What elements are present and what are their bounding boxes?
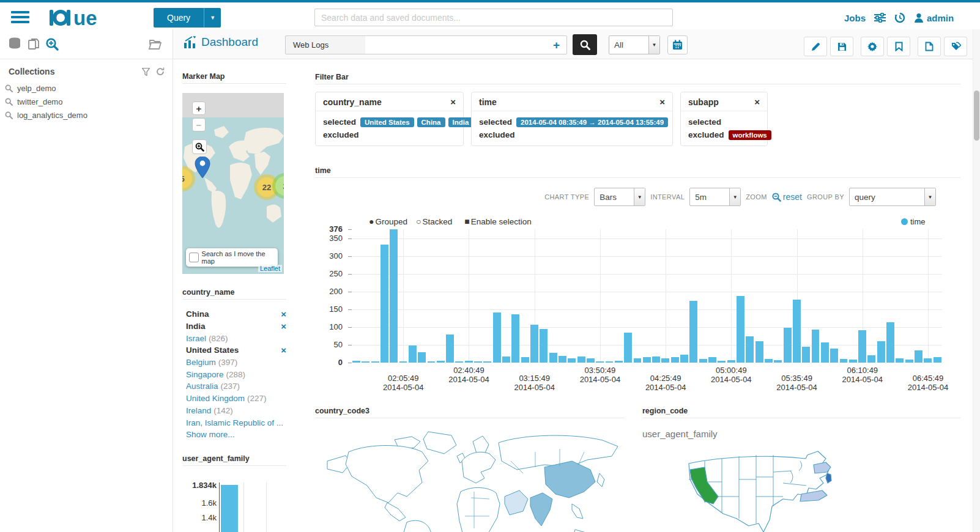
time-bar[interactable] <box>699 359 707 363</box>
time-bar[interactable] <box>577 357 585 363</box>
jobs-sliders-icon[interactable] <box>874 13 886 23</box>
database-icon[interactable] <box>8 37 21 51</box>
jobs-link[interactable]: Jobs <box>844 13 866 23</box>
query-button[interactable]: Query ▼ <box>154 8 221 28</box>
time-bar[interactable] <box>915 350 922 363</box>
facet-value-link[interactable]: Iran, Islamic Republic of ... <box>186 418 283 427</box>
map-cluster[interactable]: 22 <box>257 177 277 197</box>
time-bar[interactable] <box>643 357 651 363</box>
add-filter-button[interactable]: + <box>546 35 567 54</box>
interval-select[interactable]: 5m▼ <box>689 188 741 206</box>
time-bar[interactable] <box>540 329 548 363</box>
filter-close-icon[interactable]: × <box>450 97 456 107</box>
settings-button[interactable] <box>861 37 884 56</box>
selected-badge[interactable]: India <box>448 117 473 127</box>
time-bar[interactable] <box>502 357 510 363</box>
map-zoom-in-button[interactable]: + <box>192 102 206 115</box>
dashboard-search-input[interactable] <box>365 35 547 54</box>
engine-select[interactable]: All▼ <box>609 35 660 54</box>
time-bar[interactable] <box>455 361 463 363</box>
time-bar[interactable] <box>483 361 491 363</box>
radio-selected-icon[interactable]: ● <box>369 216 374 226</box>
time-bar[interactable] <box>568 358 576 363</box>
time-bar[interactable] <box>737 296 744 363</box>
calendar-button[interactable] <box>667 35 688 54</box>
folder-icon[interactable] <box>148 37 162 51</box>
us-choropleth-map[interactable] <box>680 443 864 532</box>
grouped-option[interactable]: Grouped <box>375 217 407 226</box>
time-bar[interactable] <box>858 330 866 363</box>
user-agent-bar[interactable] <box>221 485 238 532</box>
time-bar[interactable] <box>755 341 763 363</box>
time-bar[interactable] <box>896 358 904 363</box>
map-magnifier-button[interactable] <box>192 139 207 154</box>
time-bar[interactable] <box>867 355 875 363</box>
excluded-badge[interactable]: workflows <box>729 130 771 140</box>
time-bar[interactable] <box>465 361 473 363</box>
time-bar[interactable] <box>652 357 660 363</box>
time-bar[interactable] <box>530 325 538 363</box>
time-bar[interactable] <box>661 358 669 363</box>
time-bar[interactable] <box>812 330 820 363</box>
time-bar[interactable] <box>559 356 566 363</box>
time-bar[interactable] <box>596 361 604 363</box>
facet-value-link[interactable]: Belgium <box>186 358 216 367</box>
time-bar[interactable] <box>793 300 801 363</box>
time-bar[interactable] <box>905 360 913 363</box>
time-bar[interactable] <box>615 361 623 363</box>
filter-funnel-icon[interactable] <box>142 68 150 76</box>
time-bar[interactable] <box>784 328 792 363</box>
map-pin-icon[interactable] <box>195 157 210 179</box>
time-bar[interactable] <box>886 322 894 363</box>
chart-type-select[interactable]: Bars▼ <box>594 188 645 206</box>
map-zoom-out-button[interactable]: − <box>192 118 206 131</box>
facet-value-link[interactable]: United Kingdom <box>186 394 245 403</box>
radio-icon[interactable]: ○ <box>416 216 421 226</box>
time-bar[interactable] <box>399 361 407 363</box>
user-agent-bar-chart[interactable] <box>219 482 288 532</box>
time-bar[interactable] <box>606 361 614 363</box>
time-bar[interactable] <box>934 357 941 363</box>
facet-value-selected[interactable]: China <box>186 309 281 319</box>
time-bar[interactable] <box>718 361 726 363</box>
selected-badge[interactable]: United States <box>360 117 414 127</box>
facet-value-link[interactable]: Australia <box>186 382 218 391</box>
facet-value-selected[interactable]: India <box>186 322 281 331</box>
time-bar[interactable] <box>362 361 369 363</box>
filter-close-icon[interactable]: × <box>659 97 665 107</box>
time-bar[interactable] <box>624 333 632 363</box>
collection-item[interactable]: log_analytics_demo <box>5 108 167 122</box>
filter-close-icon[interactable]: × <box>754 97 760 107</box>
refresh-icon[interactable] <box>156 67 165 76</box>
time-bar[interactable] <box>474 361 482 363</box>
facet-remove-icon[interactable]: × <box>281 309 286 319</box>
collection-name-box[interactable]: Web Logs <box>285 35 366 54</box>
time-bar[interactable] <box>840 359 848 363</box>
save-button[interactable] <box>830 37 853 56</box>
hamburger-menu-icon[interactable] <box>11 11 29 24</box>
time-bar[interactable] <box>446 334 454 363</box>
time-bar[interactable] <box>371 361 379 363</box>
enable-selection-option[interactable]: Enable selection <box>471 217 532 226</box>
facet-remove-icon[interactable]: × <box>281 321 286 331</box>
time-bar[interactable] <box>493 312 501 363</box>
tags-button[interactable] <box>944 37 967 56</box>
time-bar[interactable] <box>549 353 557 363</box>
time-bar-chart[interactable] <box>352 229 942 363</box>
documents-icon[interactable] <box>27 37 40 51</box>
time-bar[interactable] <box>428 361 436 363</box>
time-bar[interactable] <box>587 358 595 363</box>
map-search-toggle[interactable]: Search as I move the map <box>186 248 278 267</box>
time-bar[interactable] <box>634 358 642 363</box>
time-series-legend[interactable]: time <box>901 217 926 226</box>
facet-remove-icon[interactable]: × <box>281 345 286 355</box>
zoom-reset-link[interactable]: reset <box>772 192 802 202</box>
selected-badge[interactable]: 2014-05-04 08:35:49 → 2014-05-04 13:55:4… <box>516 117 668 127</box>
search-button[interactable] <box>573 34 597 55</box>
facet-value-link[interactable]: Show more... <box>186 430 235 439</box>
checkbox-filled-icon[interactable]: ■ <box>464 216 469 226</box>
time-bar[interactable] <box>727 360 735 363</box>
time-bar[interactable] <box>746 336 754 363</box>
time-bar[interactable] <box>390 229 398 363</box>
time-bar[interactable] <box>802 347 810 363</box>
